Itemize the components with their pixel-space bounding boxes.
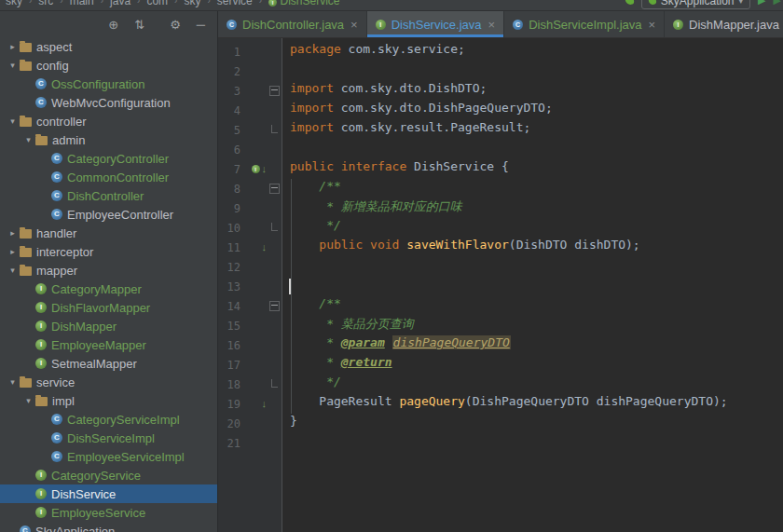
code-line[interactable]: package com.sky.service;	[282, 42, 783, 61]
tree-item-WebMvcConfiguration[interactable]: CWebMvcConfiguration	[0, 93, 217, 112]
fold-end-icon[interactable]	[271, 125, 278, 133]
line-number: 10	[218, 222, 240, 235]
interface-icon: I	[35, 488, 47, 499]
chevron-right-icon[interactable]: ▸	[6, 247, 20, 256]
fold-icon[interactable]	[269, 86, 280, 96]
line-number: 11	[218, 241, 240, 254]
close-icon[interactable]: ×	[649, 18, 656, 32]
code-line[interactable]	[282, 61, 783, 81]
tree-item-SetmealMapper[interactable]: ISetmealMapper	[0, 354, 217, 373]
tree-item-CategoryServiceImpl[interactable]: CCategoryServiceImpl	[0, 410, 217, 429]
tree-item-DishController[interactable]: CDishController	[0, 186, 217, 205]
tree-item-config[interactable]: ▾config	[0, 56, 217, 75]
tab-DishServiceImpl.java[interactable]: CDishServiceImpl.java×	[504, 11, 665, 37]
tree-item-EmployeeService[interactable]: IEmployeeService	[0, 503, 217, 522]
implemented-marker-icon[interactable]: ↓	[262, 164, 268, 174]
code-line[interactable]: */	[282, 375, 783, 394]
tree-item-mapper[interactable]: ▾mapper	[0, 261, 217, 280]
code-line[interactable]	[282, 140, 783, 159]
tree-item-label: handler	[36, 226, 76, 240]
tab-DishService.java[interactable]: IDishService.java×	[367, 11, 504, 37]
tree-item-OssConfiguration[interactable]: COssConfiguration	[0, 75, 217, 93]
code-line[interactable]: public interface DishService {	[282, 159, 783, 179]
code-editor[interactable]: package com.sky.service;import com.sky.d…	[282, 38, 783, 532]
tree-item-controller[interactable]: ▾controller	[0, 112, 217, 130]
code-line[interactable]: */	[282, 218, 783, 238]
tree-item-EmployeeController[interactable]: CEmployeeController	[0, 205, 217, 224]
implemented-marker-icon[interactable]: ↓	[262, 399, 268, 409]
chevron-down-icon[interactable]: ▾	[21, 396, 35, 405]
tree-item-DishServiceImpl[interactable]: CDishServiceImpl	[0, 429, 217, 447]
line-number: 12	[218, 261, 240, 274]
tree-item-DishFlavorMapper[interactable]: IDishFlavorMapper	[0, 298, 217, 317]
tree-item-EmployeeMapper[interactable]: IEmployeeMapper	[0, 335, 217, 354]
chevron-down-icon[interactable]: ▾	[6, 116, 20, 126]
line-number: 8	[218, 183, 240, 196]
code-line[interactable]	[282, 433, 783, 453]
breadcrumb-item[interactable]: com	[146, 0, 168, 7]
code-line[interactable]: import com.sky.result.PageResult;	[282, 120, 783, 140]
code-line[interactable]: * 新增菜品和对应的口味	[282, 198, 783, 218]
gutter-line: 5	[218, 120, 282, 140]
gutter-line: 12	[218, 257, 282, 277]
settings-icon[interactable]: ⚙	[170, 19, 181, 31]
collapse-all-icon[interactable]: ⇅	[134, 19, 144, 31]
code-line[interactable]: /**	[282, 296, 783, 316]
fold-icon[interactable]	[269, 184, 280, 194]
code-line[interactable]: * 菜品分页查询	[282, 316, 783, 335]
tree-item-DishMapper[interactable]: IDishMapper	[0, 317, 217, 335]
tree-item-handler[interactable]: ▸handler	[0, 224, 217, 242]
code-line[interactable]	[282, 257, 783, 277]
tree-item-label: SkyApplication	[35, 525, 115, 532]
chevron-right-icon[interactable]: ▸	[6, 228, 20, 238]
tree-item-interceptor[interactable]: ▸interceptor	[0, 242, 217, 261]
tree-item-CommonController[interactable]: CCommonController	[0, 168, 217, 186]
line-number: 15	[218, 320, 240, 333]
hide-panel-icon[interactable]: ─	[197, 19, 205, 31]
tree-item-SkyApplication[interactable]: CSkyApplication	[0, 522, 217, 532]
fold-end-icon[interactable]	[271, 379, 278, 388]
run-icon[interactable]: ▶	[758, 0, 765, 7]
fold-icon[interactable]	[269, 301, 280, 311]
debug-icon[interactable]: ▶	[774, 0, 781, 7]
tree-item-CategoryMapper[interactable]: ICategoryMapper	[0, 280, 217, 298]
tree-item-EmployeeServiceImpl[interactable]: CEmployeeServiceImpl	[0, 447, 217, 466]
code-line[interactable]: public void saveWithFlavor(DishDTO dishD…	[282, 238, 783, 257]
tree-item-aspect[interactable]: ▸aspect	[0, 37, 217, 56]
tree-item-CategoryService[interactable]: ICategoryService	[0, 466, 217, 484]
chevron-right-icon[interactable]: ▸	[6, 42, 20, 51]
tree-item-CategoryController[interactable]: CCategoryController	[0, 149, 217, 168]
tab-DishController.java[interactable]: CDishController.java×	[218, 11, 367, 37]
run-configuration-select[interactable]: SkyApplication ▾	[641, 0, 750, 9]
close-icon[interactable]: ×	[350, 18, 358, 32]
code-line[interactable]: PageResult pageQuery(DishPageQueryDTO di…	[282, 394, 783, 414]
chevron-down-icon[interactable]: ▾	[6, 266, 20, 275]
tree-item-service[interactable]: ▾service	[0, 373, 217, 391]
code-line[interactable]: import com.sky.dto.DishDTO;	[282, 81, 783, 101]
breadcrumb-item[interactable]: service	[217, 0, 253, 7]
breadcrumb-item[interactable]: java	[110, 0, 130, 7]
code-line[interactable]: * @param dishPageQueryDTO	[282, 335, 783, 355]
breadcrumb-item[interactable]: src	[38, 0, 53, 7]
code-line[interactable]: * @return	[282, 355, 783, 375]
tree-item-admin[interactable]: ▾admin	[0, 130, 217, 149]
chevron-down-icon[interactable]: ▾	[6, 377, 20, 387]
code-line[interactable]	[282, 277, 783, 296]
chevron-down-icon[interactable]: ▾	[6, 61, 20, 70]
code-line[interactable]: }	[282, 414, 783, 433]
breadcrumb-item[interactable]: main	[70, 0, 94, 7]
code-line[interactable]: /**	[282, 179, 783, 198]
breadcrumb-item[interactable]: I DishService	[268, 0, 339, 7]
implemented-marker-icon[interactable]: ↓	[262, 242, 268, 252]
tree-item-impl[interactable]: ▾impl	[0, 391, 217, 410]
chevron-down-icon[interactable]: ▾	[21, 135, 35, 144]
breadcrumb-item[interactable]: sky	[6, 0, 22, 7]
fold-end-icon[interactable]	[271, 223, 278, 231]
interface-icon[interactable]: I	[252, 165, 260, 173]
code-line[interactable]: import com.sky.dto.DishPageQueryDTO;	[282, 101, 783, 120]
breadcrumb-item[interactable]: sky	[184, 0, 200, 7]
close-icon[interactable]: ×	[488, 18, 496, 32]
tab-DishMapper.java[interactable]: IDishMapper.java	[665, 11, 783, 37]
locate-icon[interactable]: ⊕	[108, 19, 118, 31]
tree-item-DishService[interactable]: IDishService	[0, 484, 217, 503]
